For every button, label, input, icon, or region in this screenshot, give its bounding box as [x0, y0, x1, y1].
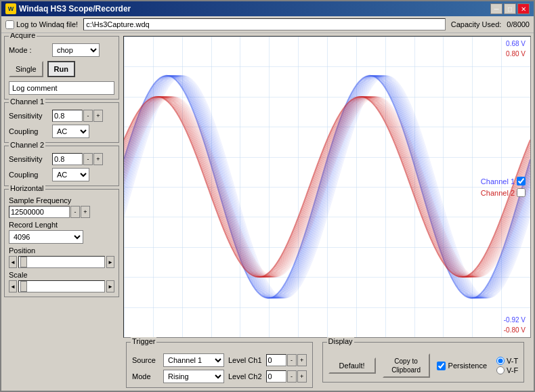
level-ch1-spinbox: 0 - + [266, 354, 307, 366]
ch1-coupling-select[interactable]: ACDCGND [52, 125, 89, 138]
ch1-sensitivity-spinbox: 0.8 - + [52, 110, 103, 122]
capacity-label: Capacity Used: [451, 20, 502, 28]
ch1-sensitivity-label: Sensitivity [9, 112, 49, 120]
scope-bottom-labels: -0.92 V -0.80 V [504, 315, 526, 335]
position-thumb[interactable] [20, 257, 27, 267]
minimize-button[interactable]: ─ [490, 3, 502, 14]
left-panel: Acquire Mode : chop alt Single Run Log c… [1, 33, 122, 391]
level-ch1-inc[interactable]: + [297, 354, 307, 366]
vf-radio-row: V-F [496, 366, 518, 374]
trigger-source-label: Source [132, 356, 159, 364]
vt-vf-group: V-T V-F [496, 357, 518, 374]
record-length-label: Record Lenght [9, 221, 114, 229]
position-left-arrow[interactable]: ◄ [9, 256, 17, 268]
ch2-sensitivity-spinbox: 0.8 - + [52, 153, 103, 165]
default-button[interactable]: Default! [328, 357, 376, 374]
level-ch2-inc[interactable]: + [297, 370, 307, 383]
ch1-bottom-voltage: -0.92 V [504, 315, 526, 325]
ch2-sensitivity-dec[interactable]: - [83, 153, 93, 165]
trigger-mode-label: Mode [132, 372, 159, 380]
vf-radio[interactable] [496, 366, 505, 374]
display-label: Display [327, 337, 354, 345]
position-track[interactable] [18, 256, 105, 268]
position-slider[interactable]: ◄ ► [9, 256, 114, 268]
level-ch1-input[interactable]: 0 [266, 354, 286, 366]
copy-clipboard-button[interactable]: Copy to Clipboard [383, 353, 430, 378]
horizontal-label: Horizontal [9, 184, 45, 192]
maximize-button[interactable]: □ [504, 3, 516, 14]
vt-radio[interactable] [496, 357, 505, 365]
scale-thumb[interactable] [20, 281, 27, 292]
trigger-label: Trigger [131, 337, 156, 345]
ch2-legend-checkbox[interactable] [517, 188, 526, 197]
channel1-label: Channel 1 [9, 97, 45, 106]
close-button[interactable]: ✕ [517, 3, 530, 14]
scale-right-arrow[interactable]: ► [106, 280, 114, 292]
level-ch1-dec[interactable]: - [287, 354, 297, 366]
trigger-mode-select[interactable]: RisingFalling [163, 370, 224, 383]
sample-freq-inc[interactable]: + [81, 206, 90, 218]
log-comment-button[interactable]: Log comment [9, 81, 114, 95]
scope-canvas-wrapper: 0.68 V 0.80 V -0.92 V -0.80 V Channel 1 … [123, 36, 531, 338]
mode-select[interactable]: chop alt [52, 43, 100, 57]
bottom-panel: Trigger Source Channel 1Channel 2Externa… [122, 339, 534, 391]
ch1-sensitivity-input[interactable]: 0.8 [52, 110, 83, 122]
position-label: Position [9, 246, 114, 255]
sample-freq-dec[interactable]: - [70, 206, 80, 218]
vf-label: V-F [507, 366, 518, 374]
ch1-sensitivity-inc[interactable]: + [93, 110, 103, 122]
log-file-path[interactable]: c:\Hs3Capture.wdq [83, 18, 446, 30]
scope-top-labels: 0.68 V 0.80 V [506, 39, 526, 59]
log-file-checkbox-row: Log to Windaq file! [5, 20, 78, 29]
content-area: Acquire Mode : chop alt Single Run Log c… [1, 33, 534, 391]
ch2-top-voltage: 0.80 V [506, 49, 526, 59]
scale-slider[interactable]: ◄ ► [9, 280, 114, 292]
channel2-group: Channel 2 Sensitivity 0.8 - + Coupling A… [4, 146, 119, 186]
scale-label: Scale [9, 271, 114, 279]
main-window: W Windaq HS3 Scope/Recorder ─ □ ✕ Log to… [0, 0, 535, 392]
level-ch2-spinbox: 0 - + [266, 370, 307, 383]
ch2-coupling-select[interactable]: ACDCGND [52, 168, 89, 181]
ch1-sensitivity-dec[interactable]: - [83, 110, 93, 122]
sample-freq-input[interactable]: 12500000 [9, 206, 70, 218]
ch1-legend-checkbox[interactable] [517, 177, 526, 186]
scope-area: 0.68 V 0.80 V -0.92 V -0.80 V Channel 1 … [122, 33, 534, 391]
trigger-group: Trigger Source Channel 1Channel 2Externa… [126, 342, 313, 388]
mode-label: Mode : [9, 46, 49, 54]
scale-track[interactable] [18, 280, 105, 292]
log-file-label: Log to Windaq file! [16, 20, 78, 28]
position-right-arrow[interactable]: ► [106, 256, 114, 268]
ch2-bottom-voltage: -0.80 V [504, 325, 526, 335]
title-bar-left: W Windaq HS3 Scope/Recorder [5, 3, 131, 14]
title-bar-buttons: ─ □ ✕ [490, 3, 530, 14]
sample-freq-spinbox: 12500000 - + [9, 206, 114, 218]
level-ch2-input[interactable]: 0 [266, 370, 286, 383]
ch1-coupling-label: Coupling [9, 127, 49, 135]
ch2-coupling-label: Coupling [9, 171, 49, 179]
log-file-checkbox[interactable] [5, 20, 14, 29]
single-button[interactable]: Single [9, 61, 43, 77]
app-icon: W [5, 3, 16, 14]
ch2-sensitivity-label: Sensitivity [9, 155, 49, 163]
ch1-legend-label: Channel 1 [481, 177, 515, 186]
acquire-group: Acquire Mode : chop alt Single Run Log c… [4, 36, 119, 100]
trigger-source-select[interactable]: Channel 1Channel 2External [163, 353, 224, 367]
vt-label: V-T [507, 357, 518, 365]
scale-left-arrow[interactable]: ◄ [9, 280, 17, 292]
channel1-group: Channel 1 Sensitivity 0.8 - + Coupling A… [4, 102, 119, 143]
display-group: Display Default! Copy to Clipboard Persi… [322, 342, 525, 383]
vt-radio-row: V-T [496, 357, 518, 365]
run-button[interactable]: Run [47, 61, 75, 77]
persistence-label: Persistence [448, 362, 487, 370]
level-ch2-dec[interactable]: - [287, 370, 297, 383]
channel2-label: Channel 2 [9, 141, 45, 149]
ch1-top-voltage: 0.68 V [506, 39, 526, 49]
persistence-checkbox[interactable] [437, 362, 446, 370]
record-length-select[interactable]: 4096819216384 [9, 230, 83, 244]
level-ch2-label: Level Ch2 [228, 372, 262, 380]
ch2-sensitivity-inc[interactable]: + [93, 153, 103, 165]
ch2-sensitivity-input[interactable]: 0.8 [52, 153, 83, 165]
window-title: Windaq HS3 Scope/Recorder [19, 4, 131, 14]
sample-freq-label: Sample Frequency [9, 196, 114, 204]
ch2-legend-label: Channel 2 [481, 189, 515, 197]
